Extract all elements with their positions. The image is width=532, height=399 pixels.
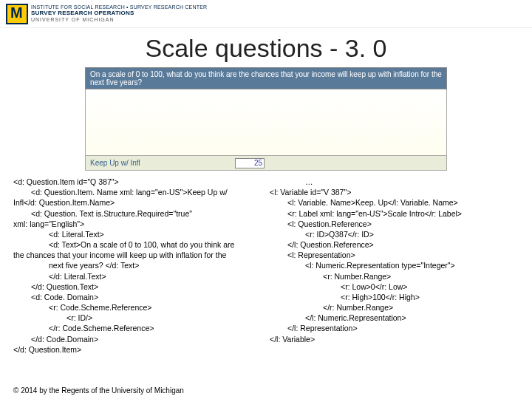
code-line: <r: High>100</r: High> — [270, 292, 519, 302]
code-line: xml: lang="English"> — [13, 219, 262, 229]
code-line: </l: Numeric.Representation> — [270, 313, 519, 323]
question-body — [85, 89, 447, 156]
code-line: <l: Representation> — [270, 250, 519, 260]
code-line: <r: Code.Scheme.Reference> — [13, 302, 262, 313]
header-bar: INSTITUTE FOR SOCIAL RESEARCH • SURVEY R… — [0, 0, 532, 28]
code-line: <r: Number.Range> — [270, 271, 519, 282]
survey-screenshot: On a scale of 0 to 100, what do you thin… — [85, 67, 447, 171]
title-strong: Scale — [146, 34, 208, 62]
code-line: <d: Code. Domain> — [13, 292, 262, 302]
code-line: </l: Variable> — [270, 334, 519, 344]
michigan-logo — [6, 4, 28, 24]
code-line: <r: ID/> — [13, 313, 262, 323]
title-rest: questions - 3. 0 — [208, 34, 387, 62]
code-line: <r: ID>Q387</r: ID> — [270, 229, 519, 239]
code-line: </d: Literal.Text> — [13, 271, 262, 282]
code-line: <l: Numeric.Representation type="Integer… — [270, 260, 519, 270]
code-line: the chances that your income will keep u… — [13, 250, 262, 260]
code-columns: <d: Question.Item id="Q 387"><d: Questio… — [0, 177, 532, 355]
question-footer: Keep Up w/ Infl 25 — [85, 156, 447, 171]
code-line: <d: Question.Item. Name xml: lang="en-US… — [13, 187, 262, 197]
code-line: <d: Text>On a scale of 0 to 100, what do… — [13, 239, 262, 250]
code-line: <l: Question.Reference> — [270, 219, 519, 229]
code-line: Infl</d: Question.Item.Name> — [13, 197, 262, 208]
code-line: <r: Low>0</r: Low> — [270, 282, 519, 292]
code-line: <l: Variable. Name>Keep. Up</l: Variable… — [270, 197, 519, 208]
code-line: <r: Label xml: lang="en-US">Scale Intro<… — [270, 208, 519, 219]
page-title: Scale questions - 3. 0 — [0, 34, 532, 63]
code-line: … — [270, 177, 519, 187]
left-code-column: <d: Question.Item id="Q 387"><d: Questio… — [13, 177, 262, 355]
question-prompt: On a scale of 0 to 100, what do you thin… — [85, 67, 447, 89]
code-line: <d: Question.Item id="Q 387"> — [13, 177, 262, 187]
answer-label: Keep Up w/ Infl — [87, 157, 235, 168]
code-line: next five years? </d: Text> — [13, 260, 262, 270]
code-line: <d: Literal.Text> — [13, 229, 262, 239]
code-line: </l: Question.Reference> — [270, 239, 519, 250]
copyright: © 2014 by the Regents of the University … — [13, 386, 184, 395]
logo-text: INSTITUTE FOR SOCIAL RESEARCH • SURVEY R… — [31, 4, 207, 22]
logo-line2: SURVEY RESEARCH OPERATIONS — [31, 10, 207, 17]
logo-line3: UNIVERSITY OF MICHIGAN — [31, 17, 207, 23]
code-line: </r: Code.Scheme.Reference> — [13, 323, 262, 333]
answer-input[interactable]: 25 — [235, 158, 265, 168]
code-line: </r: Number.Range> — [270, 302, 519, 313]
right-code-column: …<l: Variable id="V 387"><l: Variable. N… — [270, 177, 519, 355]
code-line: </d: Question.Text> — [13, 282, 262, 292]
code-line: <l: Variable id="V 387"> — [270, 187, 519, 197]
code-line: <d: Question. Text is.Structure.Required… — [13, 208, 262, 219]
code-line: </l: Representation> — [270, 323, 519, 333]
code-line: </d: Code.Domain> — [13, 334, 262, 344]
code-line: </d: Question.Item> — [13, 344, 262, 355]
